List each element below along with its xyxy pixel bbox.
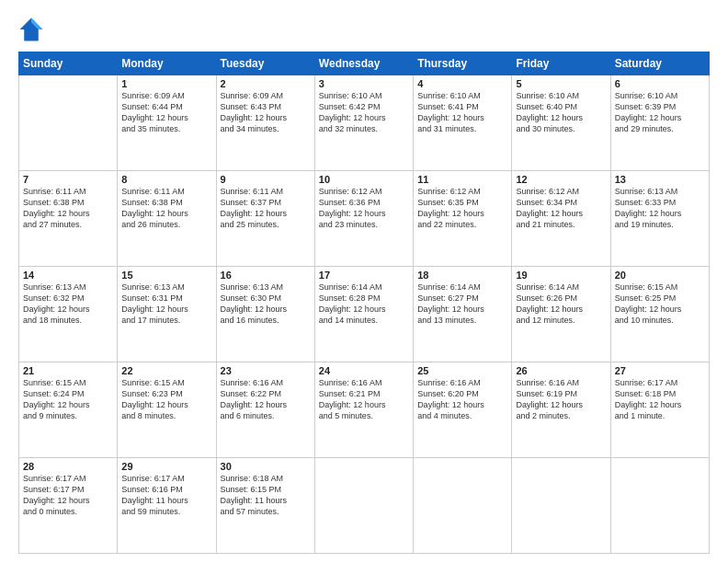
cell-info: Sunrise: 6:16 AM Sunset: 6:20 PM Dayligh… xyxy=(417,377,507,422)
cell-info: Sunrise: 6:10 AM Sunset: 6:39 PM Dayligh… xyxy=(615,90,705,135)
calendar-cell: 23Sunrise: 6:16 AM Sunset: 6:22 PM Dayli… xyxy=(216,362,314,458)
calendar-cell: 12Sunrise: 6:12 AM Sunset: 6:34 PM Dayli… xyxy=(512,171,610,267)
calendar-cell: 3Sunrise: 6:10 AM Sunset: 6:42 PM Daylig… xyxy=(314,75,413,171)
day-number: 5 xyxy=(516,78,606,89)
calendar-cell: 26Sunrise: 6:16 AM Sunset: 6:19 PM Dayli… xyxy=(512,362,610,458)
day-number: 8 xyxy=(121,174,211,185)
week-row-1: 1Sunrise: 6:09 AM Sunset: 6:44 PM Daylig… xyxy=(19,75,710,171)
calendar-cell: 15Sunrise: 6:13 AM Sunset: 6:31 PM Dayli… xyxy=(118,267,216,362)
cell-info: Sunrise: 6:10 AM Sunset: 6:40 PM Dayligh… xyxy=(516,90,606,135)
cell-info: Sunrise: 6:12 AM Sunset: 6:34 PM Dayligh… xyxy=(516,186,606,231)
cell-info: Sunrise: 6:14 AM Sunset: 6:28 PM Dayligh… xyxy=(319,282,409,327)
logo xyxy=(18,17,48,42)
calendar-cell: 28Sunrise: 6:17 AM Sunset: 6:17 PM Dayli… xyxy=(19,458,118,554)
calendar-cell: 14Sunrise: 6:13 AM Sunset: 6:32 PM Dayli… xyxy=(19,267,118,362)
cell-info: Sunrise: 6:13 AM Sunset: 6:30 PM Dayligh… xyxy=(221,282,311,327)
calendar-cell: 24Sunrise: 6:16 AM Sunset: 6:21 PM Dayli… xyxy=(314,362,413,458)
calendar-cell: 13Sunrise: 6:13 AM Sunset: 6:33 PM Dayli… xyxy=(610,171,709,267)
cell-info: Sunrise: 6:16 AM Sunset: 6:19 PM Dayligh… xyxy=(516,377,606,422)
day-number: 24 xyxy=(319,365,409,376)
calendar-cell xyxy=(512,458,610,554)
cell-info: Sunrise: 6:13 AM Sunset: 6:33 PM Dayligh… xyxy=(615,186,705,231)
calendar-cell: 8Sunrise: 6:11 AM Sunset: 6:38 PM Daylig… xyxy=(118,171,216,267)
cell-info: Sunrise: 6:11 AM Sunset: 6:38 PM Dayligh… xyxy=(121,186,211,231)
calendar-cell: 17Sunrise: 6:14 AM Sunset: 6:28 PM Dayli… xyxy=(314,267,413,362)
calendar-cell xyxy=(19,75,118,171)
cell-info: Sunrise: 6:15 AM Sunset: 6:23 PM Dayligh… xyxy=(121,377,211,422)
calendar-cell: 22Sunrise: 6:15 AM Sunset: 6:23 PM Dayli… xyxy=(118,362,216,458)
cell-info: Sunrise: 6:09 AM Sunset: 6:44 PM Dayligh… xyxy=(121,90,211,135)
calendar-cell: 10Sunrise: 6:12 AM Sunset: 6:36 PM Dayli… xyxy=(314,171,413,267)
cell-info: Sunrise: 6:13 AM Sunset: 6:32 PM Dayligh… xyxy=(23,282,113,327)
header-cell-tuesday: Tuesday xyxy=(216,52,314,75)
day-number: 30 xyxy=(221,461,311,472)
day-number: 9 xyxy=(221,174,311,185)
day-number: 7 xyxy=(23,174,113,185)
calendar-cell: 18Sunrise: 6:14 AM Sunset: 6:27 PM Dayli… xyxy=(414,267,512,362)
day-number: 11 xyxy=(417,174,507,185)
day-number: 13 xyxy=(615,174,705,185)
cell-info: Sunrise: 6:17 AM Sunset: 6:18 PM Dayligh… xyxy=(615,377,705,422)
calendar-cell: 27Sunrise: 6:17 AM Sunset: 6:18 PM Dayli… xyxy=(610,362,709,458)
page: SundayMondayTuesdayWednesdayThursdayFrid… xyxy=(0,0,728,563)
week-row-5: 28Sunrise: 6:17 AM Sunset: 6:17 PM Dayli… xyxy=(19,458,710,554)
cell-info: Sunrise: 6:10 AM Sunset: 6:42 PM Dayligh… xyxy=(319,90,409,135)
week-row-2: 7Sunrise: 6:11 AM Sunset: 6:38 PM Daylig… xyxy=(19,171,710,267)
day-number: 1 xyxy=(121,78,211,89)
calendar-cell xyxy=(414,458,512,554)
cell-info: Sunrise: 6:09 AM Sunset: 6:43 PM Dayligh… xyxy=(221,90,311,135)
day-number: 23 xyxy=(221,365,311,376)
calendar-cell: 11Sunrise: 6:12 AM Sunset: 6:35 PM Dayli… xyxy=(414,171,512,267)
header-cell-wednesday: Wednesday xyxy=(314,52,413,75)
cell-info: Sunrise: 6:11 AM Sunset: 6:37 PM Dayligh… xyxy=(221,186,311,231)
day-number: 25 xyxy=(417,365,507,376)
day-number: 3 xyxy=(319,78,409,89)
cell-info: Sunrise: 6:15 AM Sunset: 6:24 PM Dayligh… xyxy=(23,377,113,422)
header-cell-friday: Friday xyxy=(512,52,610,75)
cell-info: Sunrise: 6:14 AM Sunset: 6:27 PM Dayligh… xyxy=(417,282,507,327)
cell-info: Sunrise: 6:17 AM Sunset: 6:16 PM Dayligh… xyxy=(121,473,211,518)
cell-info: Sunrise: 6:12 AM Sunset: 6:35 PM Dayligh… xyxy=(417,186,507,231)
calendar-cell: 16Sunrise: 6:13 AM Sunset: 6:30 PM Dayli… xyxy=(216,267,314,362)
day-number: 27 xyxy=(615,365,705,376)
calendar-cell: 5Sunrise: 6:10 AM Sunset: 6:40 PM Daylig… xyxy=(512,75,610,171)
day-number: 2 xyxy=(221,78,311,89)
calendar-cell: 1Sunrise: 6:09 AM Sunset: 6:44 PM Daylig… xyxy=(118,75,216,171)
calendar-cell: 7Sunrise: 6:11 AM Sunset: 6:38 PM Daylig… xyxy=(19,171,118,267)
calendar-cell: 4Sunrise: 6:10 AM Sunset: 6:41 PM Daylig… xyxy=(414,75,512,171)
cell-info: Sunrise: 6:12 AM Sunset: 6:36 PM Dayligh… xyxy=(319,186,409,231)
day-number: 16 xyxy=(221,270,311,281)
calendar-cell xyxy=(610,458,709,554)
calendar-table: SundayMondayTuesdayWednesdayThursdayFrid… xyxy=(18,52,710,554)
calendar-cell: 2Sunrise: 6:09 AM Sunset: 6:43 PM Daylig… xyxy=(216,75,314,171)
day-number: 28 xyxy=(23,461,113,472)
day-number: 14 xyxy=(23,270,113,281)
day-number: 17 xyxy=(319,270,409,281)
day-number: 12 xyxy=(516,174,606,185)
day-number: 22 xyxy=(121,365,211,376)
calendar-cell: 19Sunrise: 6:14 AM Sunset: 6:26 PM Dayli… xyxy=(512,267,610,362)
calendar-cell xyxy=(314,458,413,554)
day-number: 15 xyxy=(121,270,211,281)
header xyxy=(18,17,710,42)
header-cell-thursday: Thursday xyxy=(414,52,512,75)
day-number: 6 xyxy=(615,78,705,89)
cell-info: Sunrise: 6:13 AM Sunset: 6:31 PM Dayligh… xyxy=(121,282,211,327)
calendar-cell: 30Sunrise: 6:18 AM Sunset: 6:15 PM Dayli… xyxy=(216,458,314,554)
cell-info: Sunrise: 6:17 AM Sunset: 6:17 PM Dayligh… xyxy=(23,473,113,518)
cell-info: Sunrise: 6:16 AM Sunset: 6:21 PM Dayligh… xyxy=(319,377,409,422)
calendar-cell: 29Sunrise: 6:17 AM Sunset: 6:16 PM Dayli… xyxy=(118,458,216,554)
week-row-4: 21Sunrise: 6:15 AM Sunset: 6:24 PM Dayli… xyxy=(19,362,710,458)
calendar-cell: 21Sunrise: 6:15 AM Sunset: 6:24 PM Dayli… xyxy=(19,362,118,458)
header-cell-saturday: Saturday xyxy=(610,52,709,75)
day-number: 19 xyxy=(516,270,606,281)
logo-icon xyxy=(18,17,44,42)
cell-info: Sunrise: 6:15 AM Sunset: 6:25 PM Dayligh… xyxy=(615,282,705,327)
cell-info: Sunrise: 6:10 AM Sunset: 6:41 PM Dayligh… xyxy=(417,90,507,135)
calendar-cell: 6Sunrise: 6:10 AM Sunset: 6:39 PM Daylig… xyxy=(610,75,709,171)
day-number: 20 xyxy=(615,270,705,281)
header-cell-sunday: Sunday xyxy=(19,52,118,75)
day-number: 29 xyxy=(121,461,211,472)
week-row-3: 14Sunrise: 6:13 AM Sunset: 6:32 PM Dayli… xyxy=(19,267,710,362)
cell-info: Sunrise: 6:16 AM Sunset: 6:22 PM Dayligh… xyxy=(221,377,311,422)
